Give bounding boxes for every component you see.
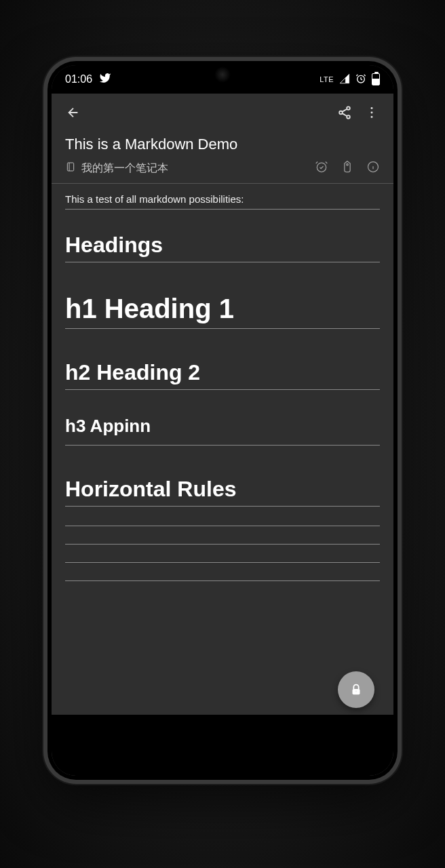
notebook-name[interactable]: 我的第一个笔记本 — [81, 161, 309, 176]
svg-point-9 — [347, 163, 349, 165]
note-title-block: This is a Markdown Demo — [52, 132, 393, 156]
horizontal-rule — [65, 544, 380, 545]
svg-rect-7 — [67, 163, 73, 171]
note-title: This is a Markdown Demo — [65, 136, 380, 153]
hr-section-title: Horizontal Rules — [65, 477, 380, 507]
divider — [65, 209, 380, 210]
svg-point-2 — [339, 111, 343, 115]
horizontal-rules-stack — [65, 526, 380, 581]
alarm-icon — [355, 73, 366, 86]
horizontal-rule — [65, 526, 380, 526]
headings-section-title: Headings — [65, 233, 380, 262]
horizontal-rule — [65, 562, 380, 563]
signal-icon — [339, 73, 350, 86]
svg-rect-13 — [355, 692, 356, 693]
note-meta-row: 我的第一个笔记本 — [52, 156, 393, 184]
nav-bar-area — [52, 715, 393, 776]
svg-point-3 — [347, 115, 350, 119]
svg-point-6 — [371, 116, 373, 118]
note-body[interactable]: This a test of all markdown possibilitie… — [52, 184, 393, 715]
phone-frame: 01:06 LTE — [47, 61, 398, 780]
reminder-icon[interactable] — [315, 160, 328, 176]
svg-point-1 — [347, 106, 350, 110]
svg-point-4 — [371, 107, 373, 109]
back-button[interactable] — [60, 99, 87, 126]
app-content: This is a Markdown Demo 我的第一个笔记本 — [52, 94, 393, 776]
intro-text: This a test of all markdown possibilitie… — [65, 193, 380, 205]
clock-text: 01:06 — [65, 73, 92, 85]
battery-icon — [372, 73, 380, 85]
app-bar — [52, 94, 393, 132]
network-label: LTE — [320, 75, 334, 83]
lock-fab[interactable] — [338, 671, 374, 708]
svg-point-5 — [371, 112, 373, 114]
tag-icon[interactable] — [341, 160, 354, 176]
divider — [65, 445, 380, 446]
more-button[interactable] — [358, 99, 385, 126]
notebook-icon — [65, 161, 76, 175]
share-button[interactable] — [331, 99, 358, 126]
screen: 01:06 LTE — [52, 65, 393, 776]
twitter-icon — [99, 72, 111, 87]
info-icon[interactable] — [366, 160, 380, 176]
heading-h1: h1 Heading 1 — [65, 294, 380, 329]
heading-h2: h2 Heading 2 — [65, 360, 380, 390]
horizontal-rule — [65, 580, 380, 581]
front-camera — [214, 66, 231, 83]
heading-h3: h3 Appinn — [65, 416, 380, 441]
